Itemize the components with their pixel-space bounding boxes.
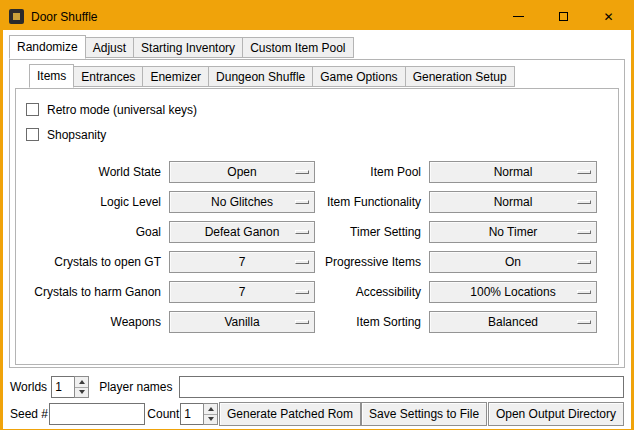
- count-label: Count: [147, 407, 179, 421]
- count-spin-up-button[interactable]: [204, 404, 217, 414]
- door-shuffle-window: Door Shuffle ✕ Randomize Adjust Starting…: [0, 0, 634, 430]
- item-pool-value: Normal: [494, 165, 533, 179]
- weapons-dropdown[interactable]: Vanilla: [169, 311, 315, 333]
- weapons-label: Weapons: [26, 315, 164, 329]
- open-output-directory-button[interactable]: Open Output Directory: [488, 402, 624, 426]
- world-state-dropdown[interactable]: Open: [169, 161, 315, 183]
- shopsanity-label: Shopsanity: [47, 128, 106, 142]
- count-input[interactable]: [180, 403, 203, 425]
- crystals-harm-ganon-value: 7: [239, 285, 246, 299]
- crystals-open-gt-dropdown[interactable]: 7: [169, 251, 315, 273]
- main-tab-bar: Randomize Adjust Starting Inventory Cust…: [9, 35, 625, 59]
- timer-setting-dropdown[interactable]: No Timer: [429, 221, 597, 243]
- worlds-spin-up-button[interactable]: [75, 377, 88, 387]
- player-names-label: Player names: [99, 380, 172, 394]
- count-spin-down-button[interactable]: [204, 414, 217, 425]
- progressive-items-label: Progressive Items: [320, 255, 424, 269]
- worlds-spin-down-button[interactable]: [75, 387, 88, 398]
- timer-setting-label: Timer Setting: [320, 225, 424, 239]
- tab-randomize[interactable]: Randomize: [9, 35, 86, 59]
- retro-mode-label: Retro mode (universal keys): [47, 103, 197, 117]
- goal-label: Goal: [26, 225, 164, 239]
- player-names-input[interactable]: [179, 376, 625, 398]
- tab-custom-item-pool[interactable]: Custom Item Pool: [242, 37, 353, 58]
- options-grid: World State Open Item Pool Normal Logic …: [26, 161, 612, 333]
- item-functionality-dropdown[interactable]: Normal: [429, 191, 597, 213]
- generate-patched-rom-button[interactable]: Generate Patched Rom: [219, 402, 361, 426]
- subtab-generation-setup[interactable]: Generation Setup: [405, 66, 515, 87]
- item-sorting-label: Item Sorting: [320, 315, 424, 329]
- dropdown-indicator-icon: [577, 230, 591, 234]
- accessibility-label: Accessibility: [320, 285, 424, 299]
- subtab-dungeon-shuffle[interactable]: Dungeon Shuffle: [208, 66, 313, 87]
- seed-row: Seed # Count Generate Patched Rom Save S…: [10, 402, 624, 426]
- dropdown-indicator-icon: [295, 230, 309, 234]
- dropdown-indicator-icon: [577, 290, 591, 294]
- minimize-icon: [513, 16, 524, 17]
- tab-starting-inventory[interactable]: Starting Inventory: [133, 37, 243, 58]
- logic-level-value: No Glitches: [211, 195, 273, 209]
- spin-up-icon: [79, 380, 85, 384]
- subtab-items[interactable]: Items: [29, 64, 74, 88]
- crystals-open-gt-label: Crystals to open GT: [26, 255, 164, 269]
- crystals-open-gt-value: 7: [239, 255, 246, 269]
- item-sorting-value: Balanced: [488, 315, 538, 329]
- worlds-input[interactable]: [51, 376, 74, 398]
- dropdown-indicator-icon: [577, 170, 591, 174]
- weapons-value: Vanilla: [224, 315, 259, 329]
- progressive-items-dropdown[interactable]: On: [429, 251, 597, 273]
- item-pool-dropdown[interactable]: Normal: [429, 161, 597, 183]
- randomize-pane: Items Entrances Enemizer Dungeon Shuffle…: [9, 59, 625, 368]
- sub-tab-bar: Items Entrances Enemizer Dungeon Shuffle…: [29, 64, 619, 88]
- dropdown-indicator-icon: [295, 320, 309, 324]
- worlds-row: Worlds Player names: [10, 375, 624, 399]
- dropdown-indicator-icon: [295, 260, 309, 264]
- close-button[interactable]: ✕: [586, 3, 631, 30]
- spin-down-icon: [79, 390, 85, 394]
- retro-mode-checkbox-box[interactable]: [26, 103, 39, 116]
- timer-setting-value: No Timer: [489, 225, 538, 239]
- worlds-spinbox: [51, 376, 89, 398]
- accessibility-value: 100% Locations: [470, 285, 555, 299]
- seed-label: Seed #: [10, 407, 48, 421]
- item-functionality-value: Normal: [494, 195, 533, 209]
- bottom-frame: Worlds Player names Seed #: [9, 368, 625, 429]
- crystals-harm-ganon-dropdown[interactable]: 7: [169, 281, 315, 303]
- dropdown-indicator-icon: [295, 170, 309, 174]
- maximize-icon: [559, 12, 568, 21]
- world-state-value: Open: [227, 165, 256, 179]
- app-icon: [9, 9, 24, 24]
- logic-level-dropdown[interactable]: No Glitches: [169, 191, 315, 213]
- close-icon: ✕: [603, 11, 613, 23]
- logic-level-label: Logic Level: [26, 195, 164, 209]
- minimize-button[interactable]: [496, 3, 541, 30]
- spin-up-icon: [208, 407, 214, 411]
- spin-down-icon: [208, 417, 214, 421]
- dropdown-indicator-icon: [295, 200, 309, 204]
- dropdown-indicator-icon: [295, 290, 309, 294]
- subtab-enemizer[interactable]: Enemizer: [142, 66, 209, 87]
- crystals-harm-ganon-label: Crystals to harm Ganon: [26, 285, 164, 299]
- titlebar[interactable]: Door Shuffle ✕: [3, 3, 631, 30]
- tab-adjust[interactable]: Adjust: [85, 37, 134, 58]
- goal-dropdown[interactable]: Defeat Ganon: [169, 221, 315, 243]
- checkbox-shopsanity[interactable]: Shopsanity: [26, 122, 612, 147]
- progressive-items-value: On: [505, 255, 521, 269]
- worlds-label: Worlds: [10, 380, 47, 394]
- window-content: Randomize Adjust Starting Inventory Cust…: [3, 30, 631, 429]
- shopsanity-checkbox-box[interactable]: [26, 128, 39, 141]
- count-spinbox: [180, 403, 218, 425]
- checkbox-retro-mode[interactable]: Retro mode (universal keys): [26, 97, 612, 122]
- subtab-game-options[interactable]: Game Options: [312, 66, 405, 87]
- dropdown-indicator-icon: [577, 200, 591, 204]
- item-functionality-label: Item Functionality: [320, 195, 424, 209]
- item-sorting-dropdown[interactable]: Balanced: [429, 311, 597, 333]
- save-settings-button[interactable]: Save Settings to File: [361, 402, 487, 426]
- accessibility-dropdown[interactable]: 100% Locations: [429, 281, 597, 303]
- goal-value: Defeat Ganon: [205, 225, 280, 239]
- window-title: Door Shuffle: [31, 10, 98, 24]
- dropdown-indicator-icon: [577, 320, 591, 324]
- maximize-button[interactable]: [541, 3, 586, 30]
- seed-input[interactable]: [49, 403, 145, 425]
- subtab-entrances[interactable]: Entrances: [73, 66, 143, 87]
